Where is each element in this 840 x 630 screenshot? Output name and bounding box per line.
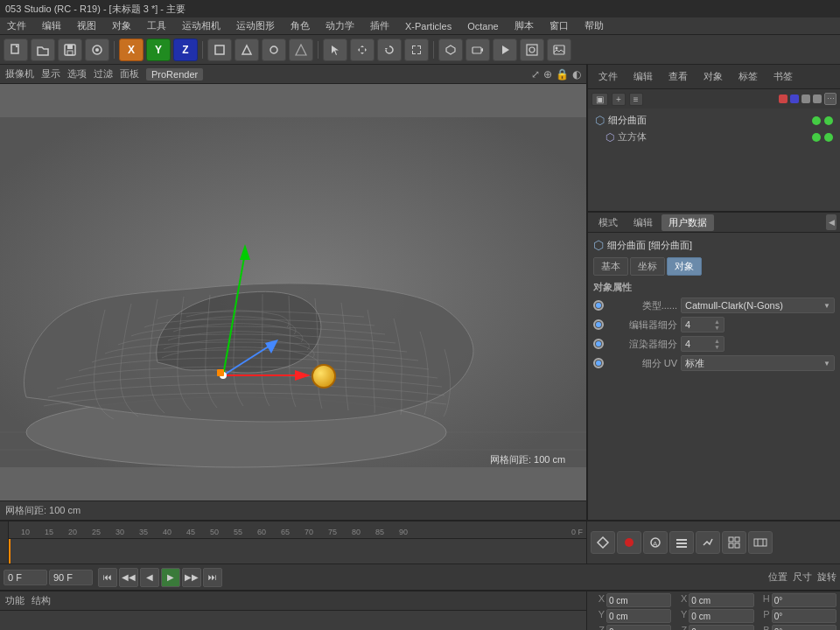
menu-tools[interactable]: 工具 <box>144 19 170 32</box>
model-mode-button[interactable] <box>207 38 232 61</box>
vp-menu-panel[interactable]: 面板 <box>120 67 139 80</box>
obj-tb-layers[interactable]: ≡ <box>629 93 643 106</box>
timeline-track[interactable] <box>9 539 586 564</box>
render-to-picture-button[interactable] <box>85 38 109 61</box>
new-button[interactable] <box>4 38 28 61</box>
spinner-down-render[interactable]: ▼ <box>714 344 720 350</box>
goto-start-btn[interactable]: ⏮ <box>98 568 117 587</box>
menu-view[interactable]: 视图 <box>74 19 100 32</box>
vp-menu-camera[interactable]: 摄像机 <box>5 67 34 80</box>
coord-z-pos[interactable]: 0 cm <box>606 625 671 630</box>
menu-help[interactable]: 帮助 <box>581 19 607 32</box>
rp-tab-view[interactable]: 查看 <box>662 67 695 86</box>
camera-button[interactable] <box>466 38 490 61</box>
obj-dot-vis2[interactable] <box>824 116 833 125</box>
render-button[interactable] <box>493 38 517 61</box>
timeline-edit-btn[interactable] <box>696 531 720 554</box>
timeline-grid-btn[interactable] <box>722 531 746 554</box>
edge-mode-button[interactable] <box>289 38 313 61</box>
sub-tab-coord[interactable]: 坐标 <box>630 257 665 276</box>
menu-script[interactable]: 脚本 <box>511 19 537 32</box>
obj-dot-cube-vis1[interactable] <box>812 133 821 142</box>
prorender-button[interactable]: ProRender <box>146 68 203 80</box>
vp-icon-camera[interactable]: ⊕ <box>543 68 552 80</box>
timeline-mode-btn[interactable] <box>669 531 694 554</box>
goto-end-btn[interactable]: ⏭ <box>203 568 222 587</box>
frame-end-input[interactable]: 90 F <box>49 570 93 585</box>
play-btn[interactable]: ▶ <box>161 568 180 587</box>
rotate-tool[interactable] <box>377 38 402 61</box>
timeline-ruler[interactable]: 10 15 20 25 30 35 40 45 50 55 60 65 70 7… <box>9 522 586 564</box>
spinner-arrows-render[interactable]: ▲ ▼ <box>714 338 720 350</box>
prop-spinner-render-subdiv[interactable]: 4 ▲ ▼ <box>681 336 724 352</box>
frame-start-input[interactable]: 0 F <box>4 570 47 585</box>
menu-edit[interactable]: 编辑 <box>38 19 65 32</box>
prev-frame-btn[interactable]: ◀ <box>140 568 159 587</box>
obj-dot-vis1[interactable] <box>812 116 821 125</box>
spinner-arrows-edit[interactable]: ▲ ▼ <box>714 318 720 331</box>
spinner-up-render[interactable]: ▲ <box>714 338 720 344</box>
auto-key-btn[interactable]: A <box>643 531 668 554</box>
coord-z-size[interactable]: 0 cm <box>689 625 753 630</box>
y-axis-button[interactable]: Y <box>146 38 171 61</box>
coord-p-rot[interactable]: 0° <box>772 609 836 623</box>
menu-object[interactable]: 对象 <box>108 19 135 32</box>
render-settings-button[interactable] <box>520 38 544 61</box>
vp-menu-options[interactable]: 选项 <box>67 67 87 80</box>
rp-tab-tag[interactable]: 标签 <box>732 67 765 86</box>
vp-icon-lock[interactable]: 🔒 <box>556 68 569 80</box>
mode-tab-mode[interactable]: 模式 <box>592 214 625 231</box>
coord-x-size[interactable]: 0 cm <box>689 593 753 607</box>
prop-select-type[interactable]: Catmull-Clark(N-Gons) <box>681 298 835 313</box>
point-mode-button[interactable] <box>262 38 286 61</box>
menu-window[interactable]: 窗口 <box>546 19 572 32</box>
move-tool[interactable] <box>350 38 374 61</box>
menu-dynamics[interactable]: 动力学 <box>322 19 358 32</box>
rp-tab-file[interactable]: 文件 <box>592 67 625 86</box>
obj-tb-mode[interactable]: ▣ <box>592 93 608 106</box>
rp-tab-bookmark[interactable]: 书签 <box>766 67 800 86</box>
perspective-button[interactable] <box>438 38 463 61</box>
timeline-more-btn[interactable] <box>748 531 773 554</box>
select-tool[interactable] <box>323 38 347 61</box>
x-axis-button[interactable]: X <box>119 38 144 61</box>
picture-viewer-button[interactable] <box>547 38 571 61</box>
prop-select-subdiv-uv[interactable]: 标准 <box>681 355 835 371</box>
vp-icon-maximize[interactable]: ⤢ <box>531 68 540 80</box>
prop-spinner-edit-subdiv[interactable]: 4 ▲ ▼ <box>681 317 724 332</box>
viewport[interactable]: 摄像机 显示 选项 过滤 面板 ProRender ⤢ ⊕ 🔒 ◐ <box>0 65 586 520</box>
prop-radio-render-subdiv[interactable] <box>593 339 604 349</box>
menu-file[interactable]: 文件 <box>4 19 30 32</box>
menu-plugins[interactable]: 插件 <box>367 19 393 32</box>
next-frame-btn[interactable]: ▶▶ <box>182 568 201 587</box>
spinner-down-edit[interactable]: ▼ <box>714 325 720 331</box>
texture-mode-button[interactable] <box>234 38 259 61</box>
vp-menu-filter[interactable]: 过滤 <box>94 67 113 80</box>
z-axis-button[interactable]: Z <box>173 38 198 61</box>
panel-collapse-btn[interactable]: ◀ <box>826 214 836 230</box>
prev-key-btn[interactable]: ◀◀ <box>119 568 138 587</box>
lower-tab-structure[interactable]: 结构 <box>32 594 51 607</box>
menu-mograph[interactable]: 运动图形 <box>233 19 278 32</box>
rp-tab-edit[interactable]: 编辑 <box>626 67 660 86</box>
mode-tab-userdata[interactable]: 用户数据 <box>662 214 714 231</box>
sub-tab-object[interactable]: 对象 <box>667 257 702 276</box>
menu-octane[interactable]: Octane <box>464 21 501 32</box>
coord-b-rot[interactable]: 0° <box>772 625 836 630</box>
scene-canvas[interactable]: 网格间距: 100 cm <box>0 84 586 500</box>
keyframe-btn[interactable] <box>591 531 615 554</box>
coord-y-size[interactable]: 0 cm <box>689 609 753 623</box>
open-button[interactable] <box>31 38 55 61</box>
prop-radio-type[interactable] <box>593 300 604 311</box>
prop-radio-edit-subdiv[interactable] <box>593 319 604 330</box>
coord-h-rot[interactable]: 0° <box>772 593 836 607</box>
spinner-up-edit[interactable]: ▲ <box>714 318 720 325</box>
obj-dot-cube-vis2[interactable] <box>824 133 833 142</box>
mode-tab-edit[interactable]: 编辑 <box>626 214 660 231</box>
lower-tab-function[interactable]: 功能 <box>5 594 24 607</box>
key-record-btn[interactable] <box>617 531 641 554</box>
coord-x-pos[interactable]: 0 cm <box>606 593 671 607</box>
rp-tab-object[interactable]: 对象 <box>696 67 730 86</box>
save-button[interactable] <box>58 38 82 61</box>
prop-radio-subdiv-uv[interactable] <box>593 358 604 368</box>
